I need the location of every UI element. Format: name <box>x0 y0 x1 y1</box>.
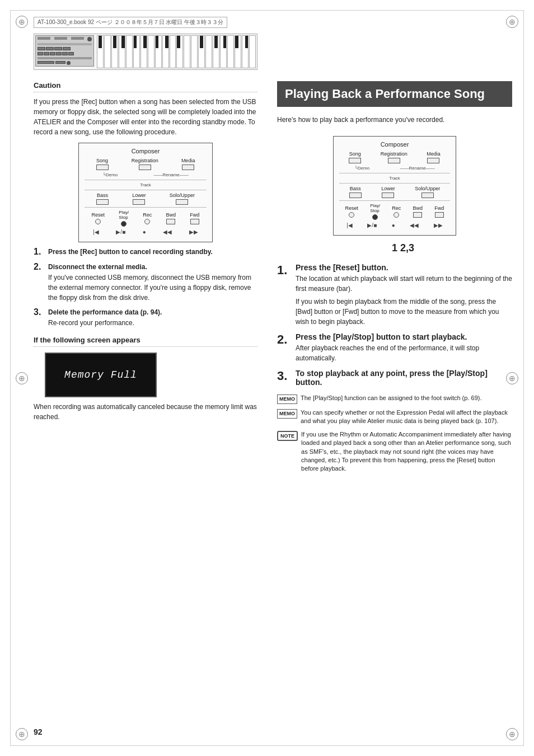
step-1: 1. Press the [Rec] button to cancel reco… <box>34 248 257 257</box>
right-step-1-num: 1. <box>277 263 293 278</box>
memo-2-badge: MEMO <box>277 409 297 419</box>
note-1-text: If you use the Rhythm or Automatic Accom… <box>301 430 512 473</box>
caution-rule <box>34 92 257 92</box>
step-2-num: 2. <box>34 262 46 272</box>
step-2-body: If you've connected USB memory, disconne… <box>48 273 257 303</box>
composer-song-btn: Song <box>96 158 109 170</box>
step-3-body: Re-record your performance. <box>48 318 257 328</box>
caution-section: Caution If you press the [Rec] button wh… <box>34 81 257 137</box>
right-step-2-title: Press the [Play/Stop] button to start pl… <box>296 332 512 341</box>
note-1: NOTE If you use the Rhythm or Automatic … <box>277 430 512 473</box>
reg-mark-tr <box>506 16 518 28</box>
song-rect <box>96 165 109 170</box>
step-2: 2. Disconnect the external media. If you… <box>34 263 257 303</box>
step-1-title: Press the [Rec] button to cancel recordi… <box>48 248 257 256</box>
right-title-box: Playing Back a Performance Song <box>277 81 512 107</box>
right-column: Playing Back a Performance Song Here's h… <box>277 81 512 478</box>
composer-media-btn: Media <box>181 158 195 170</box>
page-number: 92 <box>34 727 43 736</box>
composer-playstop-btn: Play/Stop <box>119 210 129 227</box>
diagram-step-nums: 1 2,3 <box>375 242 414 254</box>
r-composer-lower-btn: Lower <box>381 186 395 198</box>
r-composer-bass-btn: Bass <box>349 186 362 198</box>
composer-lower-btn: Lower <box>132 192 146 205</box>
memo-1-text: The [Play/Stop] function can be assigned… <box>301 394 481 402</box>
r-composer-song-btn: Song <box>349 151 361 163</box>
file-info: AT-100-300_e.book 92 ページ ２００８年５月７日 水曜日 午… <box>34 17 227 28</box>
memo-1: MEMO The [Play/Stop] function can be ass… <box>277 394 512 404</box>
r-composer-registration-btn: Registration <box>381 151 407 163</box>
step-3: 3. Delete the performance data (p. 94). … <box>34 308 257 328</box>
r-composer-solo-upper-btn: Solo/Upper <box>415 186 440 198</box>
right-step-3-title: To stop playback at any point, press the… <box>296 369 512 387</box>
keyboard-illustration <box>34 34 257 70</box>
memory-full-text: Memory Full <box>64 369 137 381</box>
caution-text: If you press the [Rec] button when a son… <box>34 97 257 137</box>
r-composer-media-btn: Media <box>427 151 441 163</box>
composer-title-left: Composer <box>85 148 207 154</box>
memory-full-caption: When recording was automatically cancele… <box>34 402 257 422</box>
reg-mark-bl <box>16 728 28 740</box>
composer-diagram-left: Composer Song Registration Media └Demo —… <box>78 143 213 242</box>
right-composer-wrap: Composer Song Registration Media └Demo —… <box>277 130 512 257</box>
note-1-badge: NOTE <box>277 431 298 442</box>
composer-bwd-btn: Bwd <box>166 212 176 224</box>
composer-fwd-btn: Fwd <box>190 212 199 224</box>
reg-mark-br <box>506 728 518 740</box>
composer-reset-btn: Reset <box>92 212 105 224</box>
right-intro: Here's how to play back a performance yo… <box>277 115 512 125</box>
memo-1-badge: MEMO <box>277 395 297 404</box>
step-3-num: 3. <box>34 307 46 317</box>
if-screen-heading: If the following screen appears <box>34 336 257 344</box>
right-step-2-num: 2. <box>277 332 293 347</box>
caution-heading: Caution <box>34 81 257 90</box>
reg-mark-tl <box>16 16 28 28</box>
composer-solo-upper-btn: Solo/Upper <box>170 192 195 205</box>
right-step-3-num: 3. <box>277 369 293 383</box>
right-step-1-body1: The location at which playback will star… <box>296 274 512 294</box>
r-composer-fwd-btn: Fwd <box>434 205 444 218</box>
right-step-2-body: After playback reaches the end of the pe… <box>296 343 512 363</box>
r-composer-bwd-btn: Bwd <box>413 205 423 218</box>
step-3-title: Delete the performance data (p. 94). <box>48 308 257 316</box>
r-composer-reset-btn: Reset <box>345 205 359 218</box>
reg-mark-ml <box>16 372 28 384</box>
composer-registration-btn: Registration <box>132 158 158 170</box>
composer-rec-btn: Rec <box>143 212 152 224</box>
step-2-title: Disconnect the external media. <box>48 263 257 271</box>
right-step-1-title: Press the [Reset] button. <box>296 263 512 272</box>
memo-2: MEMO You can specify whether or not the … <box>277 408 512 426</box>
step-1-num: 1. <box>34 247 46 257</box>
if-screen-rule <box>34 346 257 347</box>
right-step-2: 2. Press the [Play/Stop] button to start… <box>277 332 512 363</box>
right-title: Playing Back a Performance Song <box>285 87 504 101</box>
r-composer-playstop-btn: Play/Stop <box>370 203 380 220</box>
media-rect <box>182 165 194 170</box>
right-step-1-body2: If you wish to begin playback from the m… <box>296 297 512 327</box>
right-step-3: 3. To stop playback at any point, press … <box>277 369 512 388</box>
registration-rect <box>139 165 151 170</box>
composer-bass-btn: Bass <box>96 192 109 205</box>
r-composer-rec-btn: Rec <box>392 205 401 218</box>
right-step-1: 1. Press the [Reset] button. The locatio… <box>277 263 512 327</box>
memo-2-text: You can specify whether or not the Expre… <box>301 408 512 426</box>
memory-full-display: Memory Full <box>45 353 157 397</box>
composer-title-right: Composer <box>339 141 450 148</box>
left-column: Caution If you press the [Rec] button wh… <box>34 81 257 428</box>
composer-diagram-right: Composer Song Registration Media └Demo —… <box>333 136 456 236</box>
